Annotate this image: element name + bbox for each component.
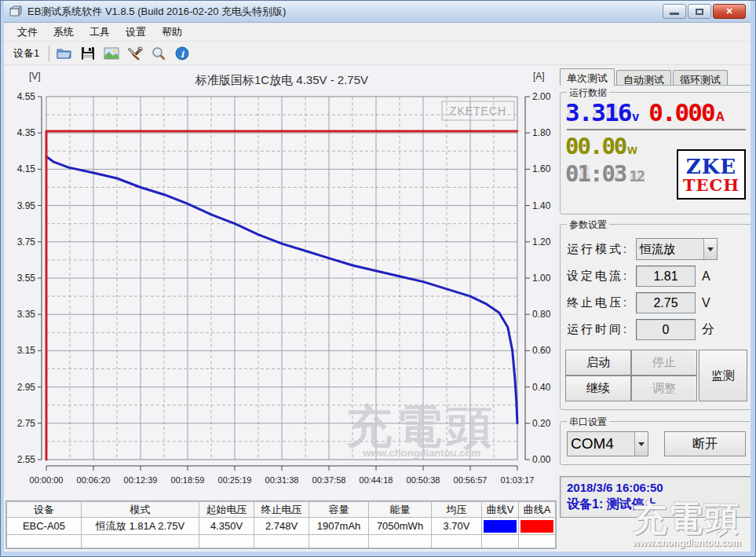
tab-single-test[interactable]: 单次测试 — [560, 68, 615, 86]
right-tick-label: 1.00 — [532, 273, 551, 284]
run-time-unit: 分 — [702, 321, 714, 338]
control-panel: 单次测试 自动测试 循环测试 运行数据 8.888 3.316 v — [557, 65, 751, 552]
close-icon: ✕ — [725, 6, 732, 16]
table-header-cell: 起始电压 — [199, 502, 254, 518]
table-header-cell: 曲线A — [519, 502, 556, 518]
menu-help[interactable]: 帮助 — [155, 23, 189, 42]
menu-tools[interactable]: 工具 — [82, 23, 117, 42]
tools-icon[interactable] — [125, 44, 145, 63]
current-display: 8.888 0.000 — [648, 101, 714, 125]
x-tick-label: 01:03:17 — [501, 475, 535, 485]
menu-settings[interactable]: 设置 — [119, 23, 153, 42]
right-tick-label: 0.80 — [532, 309, 551, 320]
tab-cycle-test[interactable]: 循环测试 — [673, 70, 728, 85]
right-tick-label: 0.00 — [532, 454, 551, 465]
time-seconds-display: 88 12 — [629, 169, 644, 184]
right-tick-label: 1.60 — [532, 163, 551, 174]
app-window: EB测试系统软件 V1.8.5 (Build 2016-02-20 充电头特别版… — [0, 0, 756, 557]
start-button[interactable]: 启动 — [565, 350, 631, 376]
chart-area: 标准版国标1C放电 4.35V - 2.75V[V][A]4.554.354.1… — [4, 65, 557, 552]
table-cell: 2.748V — [254, 518, 309, 535]
x-tick-label: 00:31:38 — [265, 475, 299, 485]
table-cell: 3.70V — [432, 518, 482, 535]
serial-group-title: 串口设置 — [567, 416, 609, 429]
window-title: EB测试系统软件 V1.8.5 (Build 2016-02-20 充电头特别版… — [27, 5, 663, 19]
zoom-icon[interactable] — [148, 44, 169, 63]
chart-logo-watermark: 充電頭 — [345, 401, 497, 452]
run-mode-select[interactable]: 恒流放 — [636, 238, 718, 260]
monitor-button[interactable]: 监测 — [699, 350, 747, 401]
continue-button[interactable]: 继续 — [565, 376, 631, 401]
time-display: 88:88 01:03 — [565, 163, 626, 185]
table-row[interactable]: EBC-A05恒流放 1.81A 2.75V4.350V2.748V1907mA… — [7, 518, 556, 535]
close-button[interactable]: ✕ — [713, 4, 746, 19]
minimize-icon — [670, 13, 679, 15]
x-tick-label: 00:50:38 — [407, 475, 440, 485]
table-cell — [7, 535, 82, 548]
left-tick-label: 3.75 — [17, 236, 36, 247]
table-cell — [199, 535, 254, 548]
table-cell — [482, 535, 519, 548]
cutoff-voltage-input[interactable]: 2.75 — [636, 292, 696, 313]
table-cell: 1907mAh — [309, 518, 369, 535]
table-cell — [309, 535, 369, 548]
table-cell — [432, 535, 482, 548]
table-header-cell: 能量 — [369, 502, 432, 518]
x-tick-label: 00:12:39 — [124, 475, 158, 485]
left-tick-label: 3.15 — [17, 345, 36, 356]
table-header-cell: 终止电压 — [254, 502, 309, 518]
left-tick-label: 2.55 — [17, 454, 36, 465]
left-tick-label: 4.35 — [17, 127, 36, 138]
open-file-icon[interactable] — [54, 44, 75, 63]
table-cell: 7050mWh — [369, 518, 432, 535]
maximize-button[interactable] — [688, 4, 711, 19]
left-tick-label: 3.35 — [17, 309, 36, 320]
save-icon[interactable] — [78, 44, 98, 63]
com-port-dropdown-button[interactable] — [634, 432, 648, 456]
right-tick-label: 1.80 — [532, 127, 551, 138]
adjust-button[interactable]: 调整 — [631, 376, 697, 401]
run-time-input[interactable]: 0 — [636, 319, 696, 340]
menu-system[interactable]: 系统 — [46, 23, 81, 42]
stop-button[interactable]: 停止 — [631, 350, 697, 376]
params-group-title: 参数设置 — [567, 218, 609, 232]
menu-file[interactable]: 文件 — [10, 23, 45, 42]
results-table-wrap: 设备模式起始电压终止电压容量能量均压曲线V曲线AEBC-A05恒流放 1.81A… — [5, 500, 557, 549]
device-tab-label[interactable]: 设备1 — [9, 46, 44, 60]
right-tick-label: 1.40 — [532, 200, 551, 211]
export-image-icon[interactable] — [101, 44, 122, 63]
voltage-display: 8.888 3.316 — [565, 101, 630, 125]
x-tick-label: 00:00:00 — [30, 475, 64, 485]
set-current-label: 设定电流: — [567, 269, 636, 284]
left-tick-label: 2.75 — [17, 418, 36, 429]
display-separator — [567, 129, 746, 130]
left-tick-label: 4.55 — [17, 91, 36, 102]
cutoff-voltage-unit: V — [702, 296, 710, 310]
disconnect-button[interactable]: 断开 — [664, 431, 746, 456]
title-bar[interactable]: EB测试系统软件 V1.8.5 (Build 2016-02-20 充电头特别版… — [4, 1, 751, 23]
table-cell: EBC-A05 — [7, 518, 82, 535]
status-timestamp: 2018/3/6 16:06:50 — [567, 481, 746, 494]
table-header-cell: 容量 — [309, 502, 369, 518]
x-tick-label: 00:06:20 — [77, 475, 111, 485]
curve-a-swatch[interactable] — [519, 518, 556, 535]
curve-v-swatch[interactable] — [482, 518, 519, 535]
table-cell: 恒流放 1.81A 2.75V — [82, 518, 199, 535]
table-header-cell: 均压 — [432, 502, 482, 518]
chevron-down-icon — [638, 442, 645, 446]
current-unit: A — [716, 110, 725, 124]
com-port-select[interactable]: COM4 — [567, 431, 648, 456]
left-tick-label: 3.95 — [17, 200, 36, 211]
table-header-cell: 曲线V — [482, 502, 519, 518]
table-header-cell: 模式 — [82, 502, 199, 518]
table-cell — [519, 535, 556, 548]
zke-tech-logo: ZKE TECH — [677, 149, 746, 200]
minimize-button[interactable] — [663, 4, 686, 19]
tab-auto-test[interactable]: 自动测试 — [616, 70, 671, 85]
info-icon[interactable]: i — [172, 44, 192, 63]
left-axis-caption: [V] — [29, 71, 41, 82]
run-data-group: 运行数据 8.888 3.316 v 8.888 0.000 A — [560, 92, 751, 214]
table-header-cell: 设备 — [7, 502, 82, 518]
set-current-input[interactable]: 1.81 — [636, 266, 696, 287]
run-mode-dropdown-button[interactable] — [703, 239, 717, 259]
